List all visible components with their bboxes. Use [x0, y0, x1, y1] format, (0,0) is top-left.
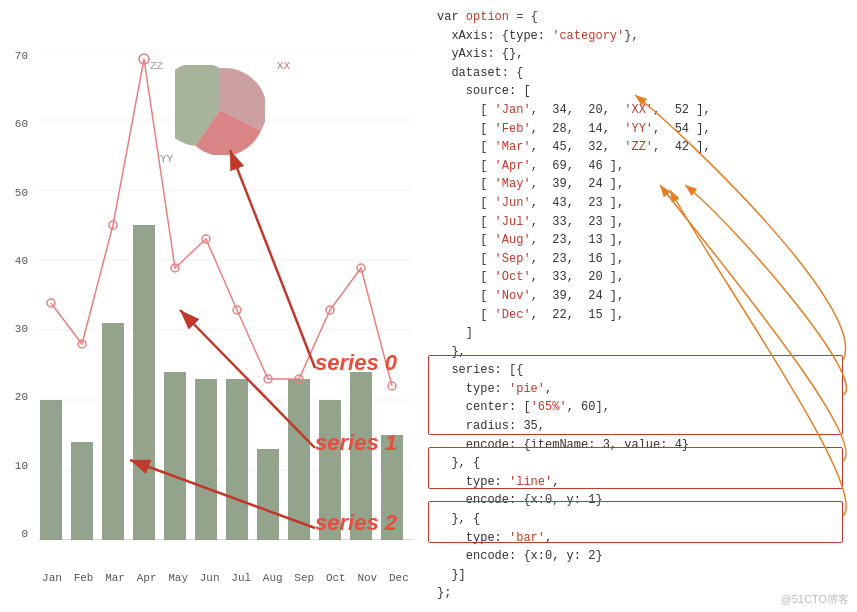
- code-row-jan: [ 'Jan', 34, 20, 'XX', 52 ],: [437, 101, 847, 120]
- pie-chart-area: ZZ XX YY: [150, 55, 290, 175]
- x-label-nov: Nov: [353, 572, 381, 584]
- code-row-dec: [ 'Dec', 22, 15 ],: [437, 306, 847, 325]
- code-panel: var option = { xAxis: {type: 'category'}…: [427, 0, 857, 612]
- code-row-feb: [ 'Feb', 28, 14, 'YY', 54 ],: [437, 120, 847, 139]
- y-label-30: 30: [8, 323, 28, 335]
- pie-legend-yy: YY: [160, 153, 173, 165]
- code-row-nov: [ 'Nov', 39, 24 ],: [437, 287, 847, 306]
- x-label-may: May: [164, 572, 192, 584]
- svg-rect-14: [195, 379, 217, 540]
- svg-rect-17: [288, 379, 310, 540]
- code-dataset-close: },: [437, 343, 847, 362]
- code-center: center: ['65%', 60],: [437, 398, 847, 417]
- y-label-50: 50: [8, 187, 28, 199]
- svg-rect-13: [164, 372, 186, 540]
- code-encode-bar: encode: {x:0, y: 2}: [437, 547, 847, 566]
- x-label-apr: Apr: [133, 572, 161, 584]
- y-label-60: 60: [8, 118, 28, 130]
- code-encode-line: encode: {x:0, y: 1}: [437, 491, 847, 510]
- svg-rect-12: [133, 225, 155, 540]
- code-type-bar: type: 'bar',: [437, 529, 847, 548]
- x-label-dec: Dec: [385, 572, 413, 584]
- code-row-aug: [ 'Aug', 23, 13 ],: [437, 231, 847, 250]
- code-series1-open: }, {: [437, 454, 847, 473]
- code-row-jul: [ 'Jul', 33, 23 ],: [437, 213, 847, 232]
- x-label-jan: Jan: [38, 572, 66, 584]
- x-label-sep: Sep: [290, 572, 318, 584]
- y-label-40: 40: [8, 255, 28, 267]
- code-source-close: ]: [437, 324, 847, 343]
- series-2-label: series 2: [315, 510, 397, 536]
- series-1-label: series 1: [315, 430, 397, 456]
- code-row-jun: [ 'Jun', 43, 23 ],: [437, 194, 847, 213]
- x-label-jun: Jun: [196, 572, 224, 584]
- watermark: @51CTO博客: [781, 592, 849, 607]
- svg-rect-11: [102, 323, 124, 540]
- pie-svg: [175, 65, 265, 155]
- code-series-open: series: [{: [437, 361, 847, 380]
- code-row-may: [ 'May', 39, 24 ],: [437, 175, 847, 194]
- x-label-aug: Aug: [259, 572, 287, 584]
- x-label-mar: Mar: [101, 572, 129, 584]
- series-0-label: series 0: [315, 350, 397, 376]
- code-row-oct: [ 'Oct', 33, 20 ],: [437, 268, 847, 287]
- x-label-feb: Feb: [70, 572, 98, 584]
- code-dataset: dataset: {: [437, 64, 847, 83]
- svg-rect-10: [71, 442, 93, 540]
- svg-rect-15: [226, 379, 248, 540]
- x-label-jul: Jul: [227, 572, 255, 584]
- code-row-apr: [ 'Apr', 69, 46 ],: [437, 157, 847, 176]
- code-type-pie: type: 'pie',: [437, 380, 847, 399]
- pie-legend-zz: ZZ: [150, 60, 163, 72]
- y-label-20: 20: [8, 391, 28, 403]
- y-label-0: 0: [8, 528, 28, 540]
- code-xaxis: xAxis: {type: 'category'},: [437, 27, 847, 46]
- code-source: source: [: [437, 82, 847, 101]
- code-series2-open: }, {: [437, 510, 847, 529]
- svg-rect-9: [40, 400, 62, 540]
- pie-legend-xx: XX: [277, 60, 290, 72]
- code-type-line: type: 'line',: [437, 473, 847, 492]
- code-series-close: }]: [437, 566, 847, 585]
- code-row-mar: [ 'Mar', 45, 32, 'ZZ', 42 ],: [437, 138, 847, 157]
- code-yaxis: yAxis: {},: [437, 45, 847, 64]
- y-label-10: 10: [8, 460, 28, 472]
- code-header: var option = {: [437, 8, 847, 27]
- y-axis: 70 60 50 40 30 20 10 0: [8, 50, 28, 540]
- code-encode-pie: encode: {itemName: 3, value: 4}: [437, 436, 847, 455]
- svg-rect-16: [257, 449, 279, 540]
- code-row-sep: [ 'Sep', 23, 16 ],: [437, 250, 847, 269]
- code-radius: radius: 35,: [437, 417, 847, 436]
- y-label-70: 70: [8, 50, 28, 62]
- x-axis: Jan Feb Mar Apr May Jun Jul Aug Sep Oct …: [38, 572, 413, 584]
- x-label-oct: Oct: [322, 572, 350, 584]
